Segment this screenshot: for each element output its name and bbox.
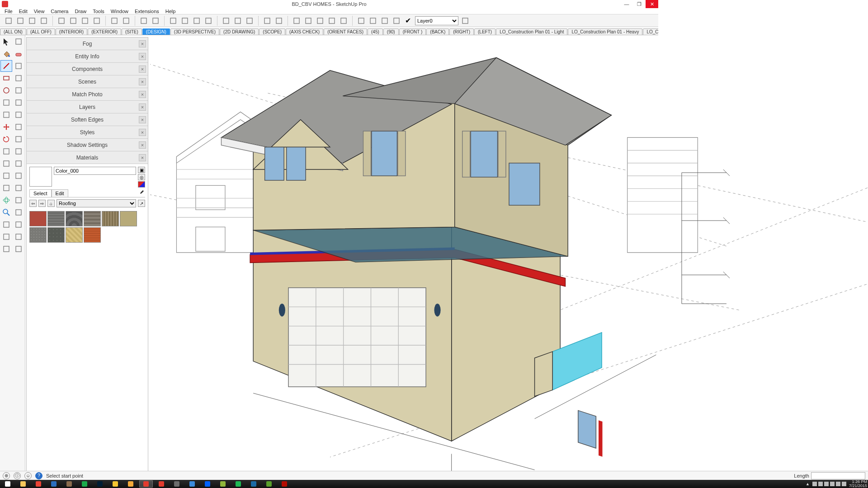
scene-tab[interactable]: (FRONT ): [399, 28, 426, 35]
materials-tab-edit[interactable]: Edit: [52, 189, 68, 197]
paint-bucket-icon[interactable]: [0, 48, 12, 60]
scale-icon[interactable]: [0, 145, 12, 157]
arc2-icon[interactable]: [13, 97, 24, 108]
pan-icon[interactable]: [13, 194, 24, 206]
plan2-icon[interactable]: [368, 16, 378, 26]
tray-panel-styles[interactable]: Styles×: [27, 126, 148, 139]
current-material-swatch[interactable]: [29, 167, 52, 187]
materials-tab-select[interactable]: Select: [29, 189, 52, 197]
scene-tab[interactable]: (LEFT): [474, 28, 495, 35]
plan3-icon[interactable]: [380, 16, 390, 26]
arc-icon[interactable]: [0, 97, 12, 108]
position-camera-icon[interactable]: [13, 219, 24, 230]
roof1-icon[interactable]: [262, 16, 272, 26]
hidden-icon[interactable]: [233, 16, 243, 26]
menu-help[interactable]: Help: [163, 9, 179, 14]
materials-popout-icon[interactable]: ↗: [138, 200, 145, 207]
tray-panel-close-icon[interactable]: ×: [139, 154, 146, 161]
scene-tab[interactable]: LO_Construction Plan 01 - Heavy: [568, 28, 642, 35]
scene-tab[interactable]: (2D DRAWING): [220, 28, 259, 35]
cube2-icon[interactable]: [68, 16, 78, 26]
window4-icon[interactable]: [327, 16, 337, 26]
followme-icon[interactable]: [13, 133, 24, 145]
menu-tools[interactable]: Tools: [90, 9, 107, 14]
circle-icon[interactable]: [0, 84, 12, 96]
material-sample-icon[interactable]: ◎: [138, 174, 145, 180]
material-swatch-roofing-gray-shingle[interactable]: [47, 211, 65, 226]
material-swatch-roofing-gravel[interactable]: [29, 227, 47, 243]
tray-panel-components[interactable]: Components×: [27, 63, 148, 75]
pie-icon[interactable]: [13, 109, 24, 121]
material-swatch-roofing-tan[interactable]: [120, 211, 137, 226]
menu-draw[interactable]: Draw: [72, 9, 89, 14]
orbit-icon[interactable]: [0, 194, 12, 206]
scene-tab[interactable]: LO_Construction Plan 01 - Hatch A: [643, 28, 658, 35]
material-name-input[interactable]: [54, 167, 136, 175]
cube4-icon[interactable]: [92, 16, 102, 26]
material-swatch-roofing-stone[interactable]: [47, 227, 65, 243]
eyedropper-icon[interactable]: [138, 190, 145, 197]
outliner2-icon[interactable]: [180, 16, 190, 26]
material-redblue-icon[interactable]: [138, 181, 145, 188]
materials-nav-fwd-icon[interactable]: ⇨: [38, 200, 46, 207]
maximize-button[interactable]: ❐: [633, 0, 646, 8]
tray-panel-close-icon[interactable]: ×: [139, 91, 146, 98]
polygon-icon[interactable]: [13, 84, 24, 96]
tray-panel-scenes[interactable]: Scenes×: [27, 75, 148, 88]
roof2-icon[interactable]: [274, 16, 284, 26]
scene-tab[interactable]: (SCOPE): [259, 28, 285, 35]
plan4-icon[interactable]: [392, 16, 401, 26]
plan1-icon[interactable]: [356, 16, 366, 26]
make-component-icon[interactable]: [13, 36, 24, 47]
scene-tab[interactable]: (INTERIOR): [56, 28, 87, 35]
offset-icon[interactable]: [13, 145, 24, 157]
earth-icon[interactable]: [39, 16, 49, 26]
scene-tab[interactable]: (ALL OFF): [27, 28, 55, 35]
close-button[interactable]: ✕: [646, 0, 658, 8]
text-icon[interactable]: [13, 170, 24, 182]
tray-panel-soften-edges[interactable]: Soften Edges×: [27, 113, 148, 126]
outliner1-icon[interactable]: [168, 16, 178, 26]
zoom-icon[interactable]: [0, 206, 12, 218]
material-swatch-roofing-brick[interactable]: [84, 227, 101, 243]
material-swatch-roofing-asphalt[interactable]: [84, 211, 101, 226]
scene-tab[interactable]: (EXTERIOR): [88, 28, 121, 35]
zoom-extents-icon[interactable]: [0, 219, 12, 230]
active-layer-select[interactable]: Layer0: [415, 16, 458, 25]
pushpull-icon[interactable]: [13, 121, 24, 133]
tray-panel-close-icon[interactable]: ×: [139, 141, 146, 149]
tray-panel-match-photo[interactable]: Match Photo×: [27, 88, 148, 101]
window3-icon[interactable]: [315, 16, 325, 26]
material-swatch-roofing-wood[interactable]: [102, 211, 119, 226]
layer-stack-icon[interactable]: [151, 16, 160, 26]
line-icon[interactable]: [0, 60, 12, 72]
tray-panel-close-icon[interactable]: ×: [139, 78, 146, 85]
protractor-icon[interactable]: [0, 170, 12, 182]
layer-help-icon[interactable]: [460, 16, 470, 26]
zoom-window-icon[interactable]: [13, 206, 24, 218]
tray-panel-entity-info[interactable]: Entity Info×: [27, 50, 148, 63]
material-swatch-roofing-tan-tile[interactable]: [66, 227, 83, 243]
rotated-rect-icon[interactable]: [13, 72, 24, 84]
outliner3-icon[interactable]: [192, 16, 202, 26]
materials-nav-back-icon[interactable]: ⇦: [29, 200, 37, 207]
eraser-icon[interactable]: [13, 48, 24, 60]
tray-panel-close-icon[interactable]: ×: [139, 103, 146, 111]
rotate-icon[interactable]: [0, 133, 12, 145]
menu-window[interactable]: Window: [108, 9, 131, 14]
tray-panel-close-icon[interactable]: ×: [139, 53, 146, 60]
layer-visible-check[interactable]: ✔: [405, 16, 411, 25]
materials-library-select[interactable]: Roofing: [57, 199, 136, 207]
arc3-icon[interactable]: [0, 109, 12, 121]
window5-icon[interactable]: [339, 16, 349, 26]
menu-file[interactable]: File: [2, 9, 15, 14]
tray-panel-close-icon[interactable]: ×: [139, 66, 146, 73]
rectangle-icon[interactable]: [0, 72, 12, 84]
prev-icon[interactable]: [13, 243, 24, 255]
text-z-icon[interactable]: [121, 16, 131, 26]
shaded-icon[interactable]: [221, 16, 231, 26]
dashed-icon[interactable]: [245, 16, 255, 26]
scene-tab[interactable]: (AXIS CHECK): [286, 28, 323, 35]
materials-nav-home-icon[interactable]: ⌂: [47, 200, 55, 207]
menu-view[interactable]: View: [31, 9, 47, 14]
